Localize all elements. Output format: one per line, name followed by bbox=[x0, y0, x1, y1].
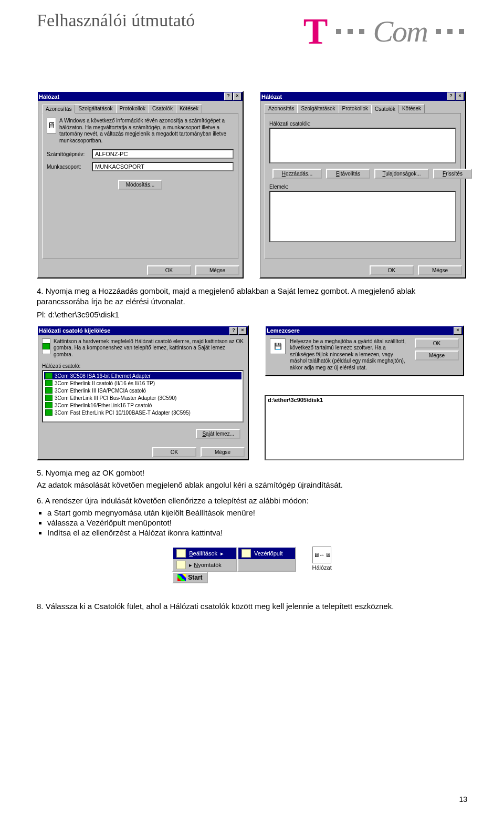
list-item: 3Com Etherlink II csatoló (II/16 és II/1… bbox=[44, 379, 242, 387]
list-item: 3Com EtherLink III PCI Bus-Master Adapte… bbox=[44, 394, 242, 401]
page-number: 13 bbox=[459, 795, 467, 803]
bullet-item: Indítsa el az ellenőrzést a Hálózat ikon… bbox=[47, 528, 467, 537]
label-adapter-list: Hálózati csatoló: bbox=[42, 363, 244, 369]
cancel-button[interactable]: Mégse bbox=[195, 265, 239, 275]
tab-bindings[interactable]: Kötések bbox=[176, 104, 202, 113]
help-icon[interactable]: ? bbox=[447, 92, 455, 100]
list-item: 3Com 3C508 ISA 16-bit Ethernet Adapter bbox=[44, 372, 242, 379]
window-select-adapter: Hálózati csatoló kijelölése ? × Kattints… bbox=[37, 325, 249, 461]
notes-listbox[interactable] bbox=[269, 191, 456, 242]
window-title: Hálózat bbox=[261, 94, 282, 100]
logo-dots-right bbox=[433, 27, 467, 36]
tcom-logo: T Com bbox=[303, 11, 467, 49]
close-icon[interactable]: × bbox=[456, 92, 464, 100]
floppy-icon bbox=[270, 338, 286, 354]
tab-adapters[interactable]: Csatolók bbox=[149, 104, 176, 113]
network-shortcut[interactable]: 🖥↔🖥 Hálózat bbox=[312, 547, 331, 571]
info-text: Helyezze be a meghajtóba a gyártó által … bbox=[290, 338, 411, 372]
list-item: 3Com Etherlink16/EtherLink16 TP csatoló bbox=[44, 401, 242, 409]
tab-bindings[interactable]: Kötések bbox=[398, 104, 425, 113]
menu-item-printers[interactable]: ▸ Nyomtatók bbox=[173, 559, 236, 571]
path-field[interactable]: d:\ether\3c905\disk1 bbox=[265, 395, 464, 460]
network-icon: 🖥↔🖥 bbox=[312, 547, 331, 563]
info-text: A Windows a következő információk révén … bbox=[59, 118, 234, 144]
cancel-button[interactable]: Mégse bbox=[415, 351, 459, 360]
close-icon[interactable]: × bbox=[454, 327, 462, 335]
tab-identity[interactable]: Azonosítás bbox=[265, 104, 298, 113]
tab-adapters[interactable]: Csatolók bbox=[371, 105, 399, 114]
add-button[interactable]: Hozzáadás... bbox=[272, 169, 322, 179]
computer-icon: 🖥 bbox=[47, 118, 56, 133]
close-icon[interactable]: × bbox=[233, 92, 242, 100]
page-header: Felhasználói útmutató T Com bbox=[37, 11, 467, 49]
windows-flag-icon bbox=[177, 574, 186, 581]
properties-button[interactable]: Tulajdonságok... bbox=[374, 169, 429, 179]
tab-protocols[interactable]: Protokollok bbox=[116, 104, 149, 113]
have-disk-button[interactable]: Saját lemez... bbox=[196, 429, 240, 439]
window-network-identity: Hálózat ? × Azonosítás Szolgáltatások Pr… bbox=[37, 91, 244, 279]
workgroup-field[interactable]: MUNKACSOPORT bbox=[92, 162, 234, 171]
logo-com-text: Com bbox=[373, 14, 427, 49]
step-6-bullets: a Start gomb megnyomása után kijelölt Be… bbox=[47, 508, 467, 537]
tab-services[interactable]: Szolgáltatások bbox=[297, 104, 339, 113]
label-adapters-list: Hálózati csatolók: bbox=[269, 121, 456, 127]
menu-item-settings[interactable]: Beállítások ▸ bbox=[173, 548, 236, 559]
window-disk-change: Lemezcsere × Helyezze be a meghajtóba a … bbox=[265, 325, 464, 377]
ok-button[interactable]: OK bbox=[147, 265, 191, 275]
help-icon[interactable]: ? bbox=[224, 92, 233, 100]
step-8-text: 8. Válassza ki a Csatolók fület, ahol a … bbox=[37, 601, 467, 612]
close-icon[interactable]: × bbox=[238, 327, 247, 335]
adapters-listbox[interactable] bbox=[269, 128, 456, 163]
step-6-text: 6. A rendszer újra indulását követően el… bbox=[37, 496, 467, 506]
logo-t-glyph: T bbox=[303, 17, 328, 46]
add-button-label: ozzáadás... bbox=[286, 171, 312, 177]
start-menu-figure: Beállítások ▸ ▸ Nyomtatók Vezérlőpult bbox=[37, 547, 467, 583]
network-label: Hálózat bbox=[312, 564, 331, 571]
ok-button[interactable]: OK bbox=[152, 447, 196, 457]
step-5-text: 5. Nyomja meg az OK gombot! bbox=[37, 468, 467, 478]
adapter-icon bbox=[42, 338, 50, 354]
tab-identity[interactable]: Azonosítás bbox=[42, 105, 75, 114]
remove-button[interactable]: Eltávolítás bbox=[326, 169, 370, 179]
info-text: Kattintson a hardvernek megfelelő Hálóza… bbox=[54, 338, 244, 358]
step-5-note: Az adatok másolását követően megjelenő a… bbox=[37, 480, 467, 490]
bullet-item: a Start gomb megnyomása után kijelölt Be… bbox=[47, 508, 467, 517]
window-network-adapters: Hálózat ? × Azonosítás Szolgáltatások Pr… bbox=[259, 91, 466, 279]
label-computer-name: Számítógépnév: bbox=[47, 151, 89, 157]
modify-button[interactable]: Módosítás... bbox=[118, 180, 162, 190]
list-item: 3Com Fast EtherLink PCI 10/100BASE-T Ada… bbox=[44, 409, 242, 416]
tabs-row: Azonosítás Szolgáltatások Protokollok Cs… bbox=[42, 104, 238, 114]
label-workgroup: Munkacsoport: bbox=[47, 164, 89, 170]
document-title: Felhasználói útmutató bbox=[37, 11, 195, 30]
computer-name-field[interactable]: ALFONZ-PC bbox=[92, 149, 234, 159]
logo-dots-left bbox=[333, 27, 368, 36]
tab-protocols[interactable]: Protokollok bbox=[339, 104, 372, 113]
step-4-example: Pl: d:\ether\3c905\disk1 bbox=[37, 310, 467, 320]
help-icon[interactable]: ? bbox=[229, 327, 238, 335]
adapter-select-listbox[interactable]: 3Com 3C508 ISA 16-bit Ethernet Adapter 3… bbox=[42, 370, 244, 423]
menu-item-control-panel[interactable]: Vezérlőpult bbox=[238, 548, 295, 559]
folder-icon bbox=[176, 549, 186, 558]
window-title: Lemezcsere bbox=[267, 327, 300, 334]
window-title: Hálózat bbox=[39, 94, 59, 100]
ok-button[interactable]: OK bbox=[415, 338, 459, 348]
start-button[interactable]: Start bbox=[172, 572, 207, 583]
cancel-button[interactable]: Mégse bbox=[201, 447, 245, 457]
settings-label: eállítások bbox=[193, 550, 217, 557]
printer-icon bbox=[176, 561, 186, 569]
bullet-item: válassza a Vezérlőpult menüpontot! bbox=[47, 518, 467, 527]
step-4-text: 4. Nyomja meg a Hozzáadás gomboit, majd … bbox=[37, 286, 467, 307]
control-panel-icon bbox=[242, 549, 251, 558]
list-item: 3Com Etherlink III ISA/PCMCIA csatoló bbox=[44, 387, 242, 394]
start-menu: Beállítások ▸ ▸ Nyomtatók bbox=[172, 547, 237, 572]
settings-submenu: Vezérlőpult bbox=[237, 547, 296, 572]
window-title: Hálózati csatoló kijelölése bbox=[39, 327, 110, 334]
ok-button[interactable]: OK bbox=[370, 265, 414, 275]
label-notes: Elemek: bbox=[269, 184, 456, 190]
refresh-button[interactable]: Frissítés bbox=[433, 169, 472, 179]
tab-services[interactable]: Szolgáltatások bbox=[75, 104, 116, 113]
cancel-button[interactable]: Mégse bbox=[418, 265, 462, 275]
